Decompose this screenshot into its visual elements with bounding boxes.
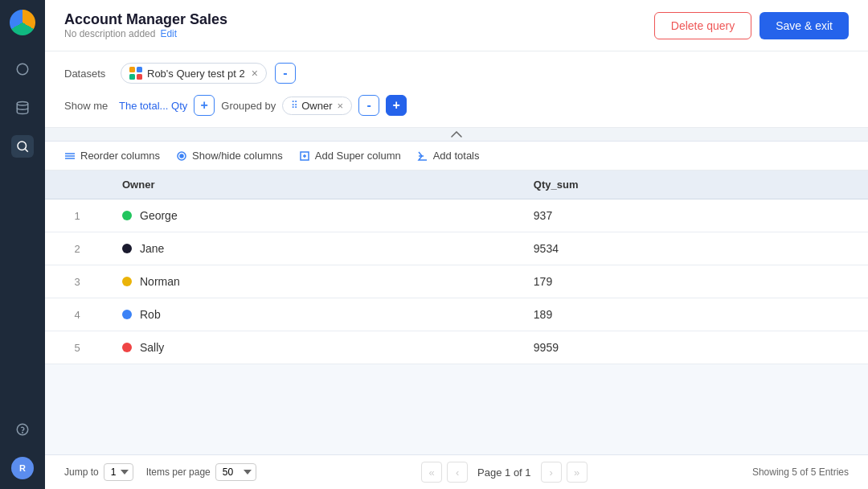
next-page-button[interactable]: › <box>541 462 562 483</box>
owner-name: Sally <box>140 341 164 354</box>
datasets-label: Datasets <box>64 68 113 80</box>
super-column-icon <box>299 150 310 162</box>
collapse-bar[interactable] <box>45 128 868 142</box>
toolbar-area: Datasets Rob's Query test pt 2 × - Show … <box>45 51 868 128</box>
col-header-qty-sum: Qty_sum <box>521 171 868 199</box>
qty-sum-cell: 937 <box>521 199 868 232</box>
chevron-up-icon <box>451 131 462 138</box>
app-logo <box>10 10 35 35</box>
table-toolbar: Reorder columns Show/hide columns Add Su… <box>45 142 868 171</box>
remove-group-button[interactable]: - <box>358 95 379 116</box>
page-title: Account Manager Sales <box>64 11 227 28</box>
table-row: 4 Rob 189 <box>45 298 868 331</box>
delete-query-button[interactable]: Delete query <box>654 12 751 39</box>
page-info: Page 1 of 1 <box>473 466 536 479</box>
sidebar: R <box>0 0 45 489</box>
svg-line-3 <box>25 149 27 151</box>
dataset-chip-icon <box>129 67 142 80</box>
showing-info: Showing 5 of 5 Entries <box>752 466 849 478</box>
edit-link[interactable]: Edit <box>160 28 177 39</box>
qty-sum-cell: 9959 <box>521 331 868 364</box>
svg-point-11 <box>180 154 183 158</box>
svg-point-2 <box>18 142 27 150</box>
owner-cell: Sally <box>109 331 521 364</box>
owner-dot <box>122 211 132 220</box>
showme-label: Show me <box>64 100 113 112</box>
add-metric-button[interactable]: + <box>194 95 215 116</box>
svg-rect-6 <box>129 67 135 72</box>
owner-dot <box>122 343 132 352</box>
topbar: Account Manager Sales No description add… <box>45 0 868 51</box>
add-group-button[interactable]: + <box>386 95 407 116</box>
row-number: 1 <box>45 199 109 232</box>
footer-left: Jump to 1 Items per page 50 25 100 <box>64 463 256 481</box>
svg-point-0 <box>17 64 28 75</box>
group-chip-name: Owner <box>301 100 332 112</box>
prev-page-button[interactable]: ‹ <box>447 462 468 483</box>
table-header: Owner Qty_sum <box>45 171 868 199</box>
table-container: Owner Qty_sum 1 George 937 2 Jane <box>45 171 868 454</box>
svg-point-5 <box>23 432 23 433</box>
search-nav-icon[interactable] <box>11 135 34 158</box>
owner-cell: Jane <box>109 232 521 265</box>
items-per-page-select[interactable]: 50 25 100 <box>215 463 256 481</box>
reorder-icon <box>64 150 76 162</box>
svg-rect-7 <box>137 67 142 72</box>
add-super-column-button[interactable]: Add Super column <box>299 150 401 162</box>
circle-nav-icon[interactable] <box>11 58 34 80</box>
footer: Jump to 1 Items per page 50 25 100 « ‹ P… <box>45 454 868 489</box>
owner-cell: George <box>109 199 521 232</box>
database-nav-icon[interactable] <box>11 97 34 119</box>
save-exit-button[interactable]: Save & exit <box>760 12 849 39</box>
col-header-num <box>45 171 109 199</box>
add-totals-button[interactable]: Add totals <box>417 150 480 162</box>
owner-cell: Rob <box>109 298 521 331</box>
metric-chip[interactable]: The total... Qty <box>119 100 187 112</box>
dataset-chip-name: Rob's Query test pt 2 <box>147 68 245 80</box>
main-content: Account Manager Sales No description add… <box>45 0 868 489</box>
first-page-button[interactable]: « <box>421 462 442 483</box>
row-number: 5 <box>45 331 109 364</box>
table-row: 1 George 937 <box>45 199 868 232</box>
dataset-chip-close[interactable]: × <box>252 67 258 80</box>
totals-icon <box>417 150 428 162</box>
svg-rect-9 <box>137 74 142 80</box>
page-subtitle: No description added Edit <box>64 28 227 39</box>
svg-point-1 <box>17 102 28 106</box>
topbar-right: Delete query Save & exit <box>654 12 849 39</box>
row-number: 4 <box>45 298 109 331</box>
group-chip-close[interactable]: × <box>338 100 344 112</box>
items-per-page-field: Items per page 50 25 100 <box>146 463 256 481</box>
owner-name: Rob <box>140 308 161 321</box>
table-row: 3 Norman 179 <box>45 265 868 298</box>
show-hide-icon <box>176 150 187 162</box>
jump-to-label: Jump to <box>64 466 99 478</box>
qty-sum-cell: 189 <box>521 298 868 331</box>
show-hide-columns-button[interactable]: Show/hide columns <box>176 150 283 162</box>
group-chip: ⠿ Owner × <box>282 97 352 115</box>
showme-row: Show me The total... Qty + Grouped by ⠿ … <box>64 95 849 116</box>
qty-sum-cell: 9534 <box>521 232 868 265</box>
items-per-page-label: Items per page <box>146 466 211 478</box>
jump-to-select[interactable]: 1 <box>104 463 133 481</box>
row-number: 3 <box>45 265 109 298</box>
dataset-minus-button[interactable]: - <box>275 63 296 84</box>
row-number: 2 <box>45 232 109 265</box>
qty-sum-cell: 179 <box>521 265 868 298</box>
dataset-chip: Rob's Query test pt 2 × <box>121 63 267 84</box>
owner-dot <box>122 244 132 253</box>
owner-name: Jane <box>140 242 164 255</box>
owner-name: George <box>140 209 178 222</box>
reorder-columns-button[interactable]: Reorder columns <box>64 150 160 162</box>
topbar-left: Account Manager Sales No description add… <box>64 11 227 39</box>
user-avatar[interactable]: R <box>11 457 34 479</box>
data-table: Owner Qty_sum 1 George 937 2 Jane <box>45 171 868 364</box>
help-nav-icon[interactable] <box>11 418 34 441</box>
table-body: 1 George 937 2 Jane 9534 3 <box>45 199 868 364</box>
svg-rect-8 <box>129 74 135 80</box>
datasets-row: Datasets Rob's Query test pt 2 × - <box>64 63 849 84</box>
table-row: 2 Jane 9534 <box>45 232 868 265</box>
col-header-owner: Owner <box>109 171 521 199</box>
last-page-button[interactable]: » <box>567 462 588 483</box>
owner-cell: Norman <box>109 265 521 298</box>
